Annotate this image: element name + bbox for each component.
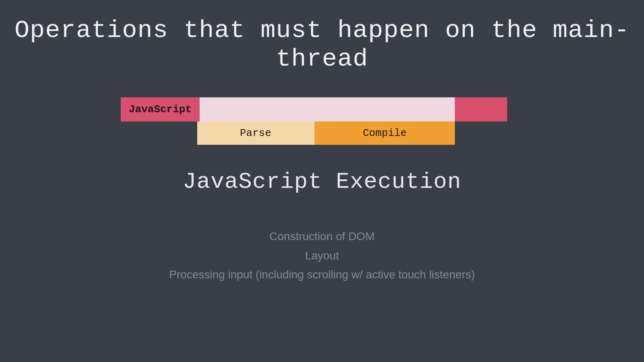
compile-block: Compile	[315, 121, 455, 145]
pink-wide-bar	[200, 97, 455, 121]
page-title: Operations that must happen on the main-…	[0, 16, 644, 73]
row1: JavaScript	[121, 97, 507, 121]
js-execution-title: JavaScript Execution	[183, 169, 461, 195]
bottom-item-2: Layout	[169, 246, 475, 265]
parse-block: Parse	[197, 121, 315, 145]
javascript-block: JavaScript	[121, 97, 200, 121]
red-end-block	[455, 97, 507, 121]
bottom-item-1: Construction of DOM	[169, 227, 475, 246]
bottom-list: Construction of DOM Layout Processing in…	[169, 227, 475, 284]
row2: Parse Compile	[197, 121, 455, 145]
bottom-item-3: Processing input (including scrolling w/…	[169, 265, 475, 284]
diagram-container: JavaScript Parse Compile	[121, 97, 507, 145]
